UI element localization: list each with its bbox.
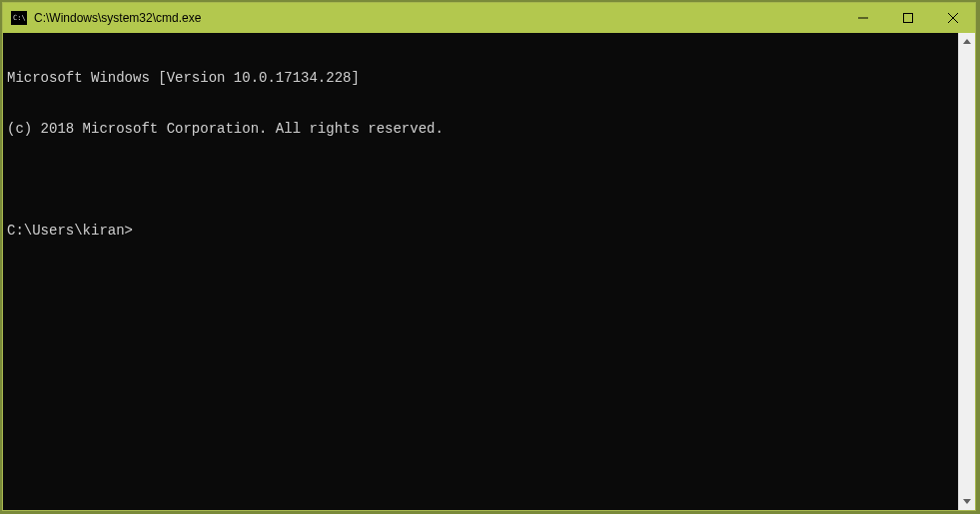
- cmd-icon: [11, 11, 27, 25]
- chevron-down-icon: [963, 499, 971, 504]
- maximize-button[interactable]: [885, 3, 930, 33]
- scroll-down-button[interactable]: [959, 493, 975, 510]
- svg-rect-1: [903, 14, 912, 23]
- maximize-icon: [903, 13, 913, 23]
- terminal-prompt: C:\Users\kiran>: [7, 223, 133, 240]
- terminal-blank-line: [7, 172, 954, 189]
- scroll-track[interactable]: [959, 50, 975, 493]
- cmd-window: C:\Windows\system32\cmd.exe Micro: [2, 2, 976, 511]
- terminal-output[interactable]: Microsoft Windows [Version 10.0.17134.22…: [3, 33, 958, 510]
- chevron-up-icon: [963, 39, 971, 44]
- close-button[interactable]: [930, 3, 975, 33]
- close-icon: [948, 13, 958, 23]
- terminal-prompt-line: C:\Users\kiran>: [7, 223, 954, 240]
- minimize-button[interactable]: [840, 3, 885, 33]
- window-controls: [840, 3, 975, 33]
- titlebar[interactable]: C:\Windows\system32\cmd.exe: [3, 3, 975, 33]
- scroll-up-button[interactable]: [959, 33, 975, 50]
- terminal-line: (c) 2018 Microsoft Corporation. All righ…: [7, 121, 954, 138]
- minimize-icon: [858, 13, 868, 23]
- vertical-scrollbar[interactable]: [958, 33, 975, 510]
- window-title: C:\Windows\system32\cmd.exe: [34, 11, 840, 25]
- terminal-line: Microsoft Windows [Version 10.0.17134.22…: [7, 70, 954, 87]
- content-area: Microsoft Windows [Version 10.0.17134.22…: [3, 33, 975, 510]
